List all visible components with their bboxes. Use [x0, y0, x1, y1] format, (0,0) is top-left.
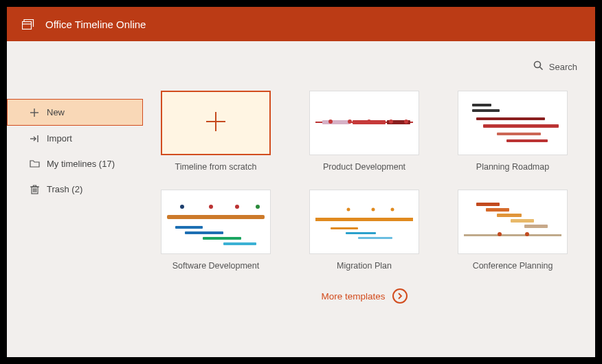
card-label: Timeline from scratch [175, 162, 256, 172]
search-button[interactable]: Search [533, 60, 577, 73]
card-label: Migration Plan [337, 261, 392, 271]
card-thumb [309, 190, 419, 254]
search-icon [533, 60, 544, 73]
import-icon [29, 134, 40, 144]
svg-rect-0 [23, 22, 32, 30]
app-title: Office Timeline Online [45, 19, 146, 30]
card-thumb [161, 91, 271, 155]
card-thumb [161, 190, 271, 254]
svg-point-2 [534, 62, 540, 68]
app-window: Office Timeline Online Search New [7, 7, 595, 357]
card-thumb [458, 91, 568, 155]
sidebar-item-label: My timelines (17) [47, 159, 115, 169]
card-conference-planning[interactable]: Conference Planning [444, 190, 581, 271]
card-timeline-from-scratch[interactable]: Timeline from scratch [147, 91, 285, 172]
plus-icon [29, 108, 40, 117]
card-label: Conference Planning [473, 261, 553, 271]
trash-icon [29, 184, 40, 194]
sidebar-item-label: Trash (2) [47, 184, 82, 194]
sidebar-item-my-timelines[interactable]: My timelines (17) [7, 151, 143, 177]
sidebar-item-new[interactable]: New [7, 99, 143, 126]
sidebar-item-label: Import [47, 133, 72, 144]
card-label: Planning Roadmap [476, 162, 549, 172]
card-label: Software Development [172, 261, 259, 271]
folder-icon [29, 159, 40, 168]
card-migration-plan[interactable]: Migration Plan [296, 190, 433, 271]
sidebar-item-label: New [47, 107, 65, 117]
card-thumb [309, 91, 419, 155]
card-product-development[interactable]: Product Development [296, 91, 433, 172]
more-templates-button[interactable]: More templates [147, 288, 581, 304]
plus-large-icon [204, 110, 227, 136]
app-logo-icon [22, 19, 36, 30]
search-label: Search [549, 62, 577, 72]
more-templates-label: More templates [321, 291, 385, 302]
sidebar-item-import[interactable]: Import [7, 126, 143, 151]
card-planning-roadmap[interactable]: Planning Roadmap [444, 91, 581, 172]
card-software-development[interactable]: Software Development [147, 190, 285, 271]
arrow-right-circle-icon [392, 288, 408, 304]
app-header: Office Timeline Online [7, 7, 595, 41]
template-grid-area: Timeline from scratch Product De [143, 41, 595, 357]
sidebar: New Import My timelines (17) Trash (2) [7, 41, 143, 357]
template-grid: Timeline from scratch Product De [147, 91, 581, 271]
main-body: Search New Import My timelines (17) [7, 41, 595, 357]
svg-line-3 [539, 67, 542, 70]
sidebar-item-trash[interactable]: Trash (2) [7, 177, 143, 202]
card-thumb [458, 190, 568, 254]
card-label: Product Development [323, 162, 405, 172]
